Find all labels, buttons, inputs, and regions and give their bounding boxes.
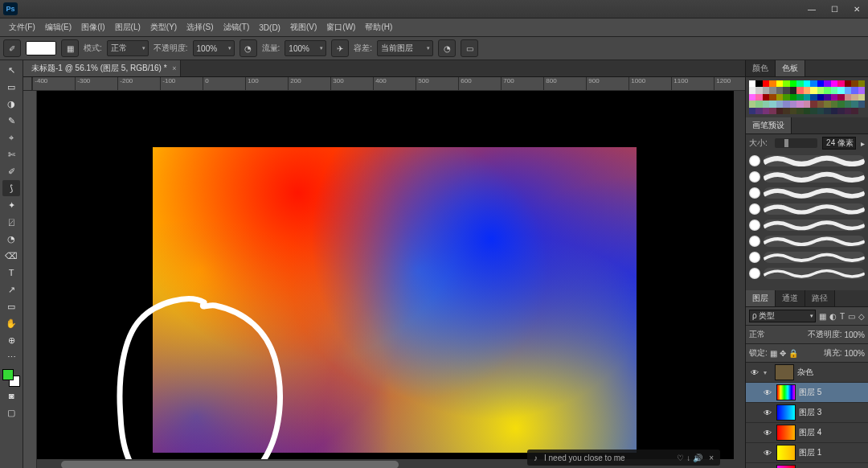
- tab-paths[interactable]: 路径: [805, 290, 835, 306]
- swatch[interactable]: [817, 94, 824, 101]
- tool-4[interactable]: ⌖: [2, 129, 20, 146]
- swatch[interactable]: [817, 80, 824, 87]
- brush-list[interactable]: [746, 152, 868, 290]
- tool-13[interactable]: ↗: [2, 281, 20, 298]
- tolerance-dropdown[interactable]: 当前图层: [377, 40, 433, 56]
- ruler-origin[interactable]: [23, 77, 32, 90]
- swatch[interactable]: [851, 87, 858, 93]
- music-close-icon[interactable]: ×: [709, 454, 714, 462]
- layer-thumb[interactable]: [776, 404, 796, 421]
- tab-layers[interactable]: 图层: [746, 290, 776, 306]
- swatch[interactable]: [810, 108, 817, 114]
- filter-smart-icon[interactable]: ◇: [858, 312, 865, 321]
- tool-16[interactable]: ⊕: [2, 332, 20, 348]
- heart-icon[interactable]: ♡: [677, 454, 684, 462]
- swatch[interactable]: [755, 108, 762, 114]
- swatch[interactable]: [858, 94, 865, 101]
- airbrush-icon[interactable]: ✈: [331, 39, 349, 57]
- swatch[interactable]: [831, 87, 837, 93]
- close-button[interactable]: ✕: [845, 2, 868, 16]
- ruler-horizontal[interactable]: -400-300-200-100010020030040050060070080…: [32, 77, 745, 91]
- swatch[interactable]: [858, 80, 865, 87]
- layer-item[interactable]: 👁图层 1: [746, 443, 868, 463]
- scroll-thumb[interactable]: [61, 461, 399, 468]
- swatch[interactable]: [837, 108, 844, 114]
- swatch[interactable]: [831, 94, 837, 101]
- swatch[interactable]: [845, 101, 851, 107]
- filter-shape-icon[interactable]: ▭: [848, 312, 855, 321]
- swatch[interactable]: [796, 108, 803, 114]
- tab-color[interactable]: 颜色: [746, 60, 776, 76]
- swatch[interactable]: [749, 101, 755, 107]
- layer-item[interactable]: 👁图层 2: [746, 463, 868, 468]
- screen-mode-icon[interactable]: ▢: [2, 404, 20, 421]
- swatch[interactable]: [783, 87, 789, 93]
- brush-size-value[interactable]: 24 像素: [822, 137, 856, 150]
- swatch[interactable]: [790, 80, 796, 87]
- swatch[interactable]: [769, 94, 776, 101]
- swatch[interactable]: [763, 108, 769, 114]
- tool-3[interactable]: ✎: [2, 113, 20, 129]
- download-icon[interactable]: ↓: [686, 454, 690, 462]
- swatch[interactable]: [824, 80, 830, 87]
- menu-窗口[interactable]: 窗口(W): [322, 20, 359, 35]
- chevron-icon[interactable]: ▾: [764, 369, 772, 376]
- swatch[interactable]: [796, 101, 803, 107]
- swatch[interactable]: [796, 94, 803, 101]
- swatch[interactable]: [851, 94, 858, 101]
- swatch[interactable]: [749, 94, 755, 101]
- swatch[interactable]: [763, 80, 769, 87]
- layer-item[interactable]: 👁图层 4: [746, 423, 868, 443]
- layer-item[interactable]: 👁图层 5: [746, 383, 868, 403]
- swatch[interactable]: [804, 87, 810, 93]
- swatch[interactable]: [824, 87, 830, 93]
- tab-swatches[interactable]: 色板: [776, 60, 805, 76]
- layer-name[interactable]: 图层 5: [799, 387, 821, 398]
- mode-dropdown[interactable]: 正常: [107, 40, 149, 56]
- swatch[interactable]: [837, 87, 844, 93]
- layer-item[interactable]: 👁图层 3: [746, 403, 868, 423]
- swatch[interactable]: [755, 80, 762, 87]
- swatch[interactable]: [810, 94, 817, 101]
- tool-9[interactable]: ⍁: [2, 214, 20, 230]
- visibility-icon[interactable]: 👁: [762, 387, 773, 398]
- fg-bg-swatches[interactable]: [2, 369, 20, 387]
- swatch[interactable]: [769, 87, 776, 93]
- swatch[interactable]: [824, 94, 830, 101]
- swatch[interactable]: [817, 108, 824, 114]
- brush-panel-toggle-icon[interactable]: ▦: [61, 39, 79, 57]
- swatch[interactable]: [851, 80, 858, 87]
- lock-position-icon[interactable]: ✥: [780, 349, 786, 358]
- swatch[interactable]: [804, 80, 810, 87]
- menu-文件[interactable]: 文件(F): [5, 20, 39, 35]
- swatch[interactable]: [776, 80, 783, 87]
- swatch[interactable]: [783, 108, 789, 114]
- swatch[interactable]: [824, 108, 830, 114]
- swatch[interactable]: [790, 94, 796, 101]
- tool-15[interactable]: ✋: [2, 315, 20, 331]
- brush-preset[interactable]: [749, 250, 865, 265]
- menu-滤镜[interactable]: 滤镜(T): [219, 20, 254, 35]
- layer-kind-dropdown[interactable]: ρ 类型: [749, 310, 816, 322]
- swatch[interactable]: [790, 108, 796, 114]
- swatch[interactable]: [755, 101, 762, 107]
- tool-0[interactable]: ↖: [2, 62, 20, 78]
- ruler-vertical[interactable]: [23, 91, 37, 468]
- swatch[interactable]: [851, 108, 858, 114]
- tool-10[interactable]: ◔: [2, 231, 20, 247]
- flow-dropdown[interactable]: 100%: [285, 40, 326, 56]
- swatch[interactable]: [810, 101, 817, 107]
- layer-thumb[interactable]: [776, 465, 796, 468]
- doc-tab[interactable]: 未标题-1 @ 56.1% (图层 5, RGB/16) * ×: [23, 60, 181, 76]
- swatch[interactable]: [749, 80, 755, 87]
- tool-2[interactable]: ◑: [2, 96, 20, 112]
- swatch[interactable]: [845, 80, 851, 87]
- pressure-size-icon[interactable]: ◔: [438, 39, 456, 57]
- brush-preset[interactable]: [749, 234, 865, 248]
- brush-preset[interactable]: [749, 218, 865, 232]
- swatch[interactable]: [831, 108, 837, 114]
- brush-preview[interactable]: [26, 41, 56, 55]
- swatch[interactable]: [790, 87, 796, 93]
- canvas-stage[interactable]: ♪ I need you close to me ♡ ↓ 🔊 ×: [37, 91, 745, 468]
- brush-preset[interactable]: [749, 154, 865, 168]
